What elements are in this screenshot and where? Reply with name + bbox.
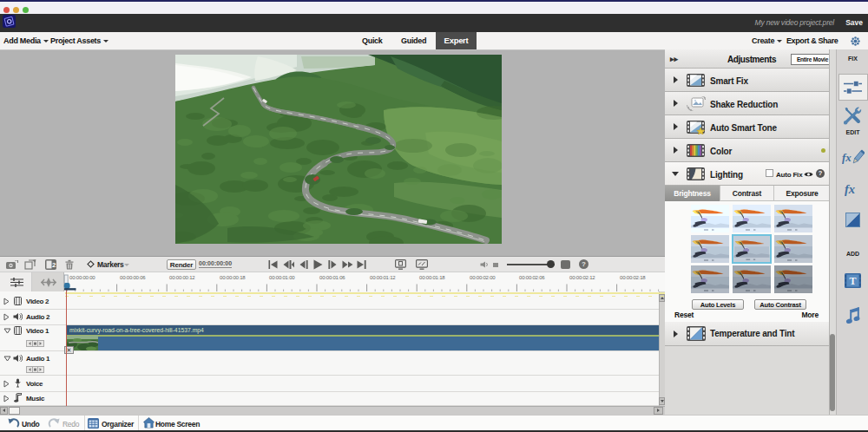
svg-text:fx: fx bbox=[845, 182, 855, 196]
svg-text:fx: fx bbox=[842, 151, 852, 164]
svg-text:T: T bbox=[849, 275, 856, 287]
svg-text:2: 2 bbox=[52, 261, 56, 269]
